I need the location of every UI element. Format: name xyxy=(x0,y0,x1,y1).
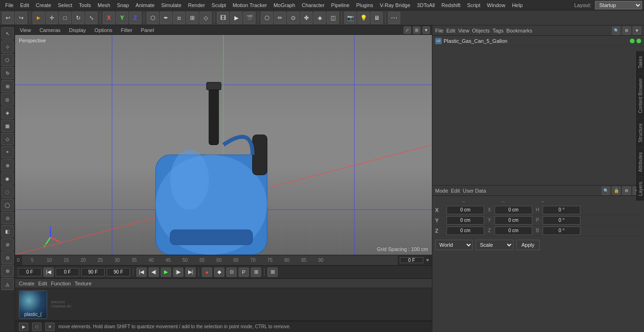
left-tool-9[interactable]: ◇ xyxy=(1,133,14,145)
coord-y-rot[interactable] xyxy=(495,216,532,225)
viewport-tab-view[interactable]: View xyxy=(17,26,34,34)
obj-tags[interactable]: Tags xyxy=(493,28,504,33)
mode-select-model[interactable]: ▶ xyxy=(33,12,45,24)
obj-objects[interactable]: Objects xyxy=(472,28,489,33)
effector-icon[interactable]: ◫ xyxy=(327,12,339,24)
coord-z-b[interactable] xyxy=(543,227,580,235)
vp-icon-expand[interactable]: ⤢ xyxy=(404,26,411,34)
fps-btn[interactable]: ⊞ xyxy=(267,267,278,277)
material-thumbnail[interactable]: plastic_( xyxy=(19,291,47,319)
cube-icon[interactable]: ⬡ xyxy=(261,12,273,24)
obj-render-dot[interactable] xyxy=(636,39,641,43)
menu-mesh[interactable]: Mesh xyxy=(94,1,114,9)
coord-x-pos[interactable] xyxy=(446,206,484,214)
left-tool-14[interactable]: ◯ xyxy=(1,199,14,211)
obj-edit[interactable]: Edit xyxy=(446,28,455,33)
motion-btn[interactable]: P xyxy=(239,267,249,277)
menu-animate[interactable]: Animate xyxy=(132,1,158,9)
menu-motion-tracker[interactable]: Motion Tracker xyxy=(229,1,270,9)
vtab-layers[interactable]: Layers xyxy=(637,177,644,201)
mode-move[interactable]: ✛ xyxy=(46,12,58,24)
current-frame-input[interactable] xyxy=(400,257,423,263)
coord-z-pos[interactable] xyxy=(446,227,484,235)
menu-help[interactable]: Help xyxy=(509,1,526,9)
light-icon[interactable]: 💡 xyxy=(357,12,370,24)
scale-dropdown[interactable]: Scale Size xyxy=(476,240,513,250)
mat-menu-edit[interactable]: Edit xyxy=(38,281,47,286)
left-tool-12[interactable]: ◉ xyxy=(1,172,14,185)
current-frame-input2[interactable] xyxy=(56,268,79,276)
axis-x[interactable]: X xyxy=(103,12,115,24)
left-tool-4[interactable]: ↻ xyxy=(1,67,14,79)
attr-mode[interactable]: Mode xyxy=(435,188,448,194)
coord-z-rot[interactable] xyxy=(495,227,532,235)
mat-menu-texture[interactable]: Texture xyxy=(74,281,91,286)
menu-select[interactable]: Select xyxy=(55,1,76,9)
nurbs-icon[interactable]: ⊙ xyxy=(287,12,299,24)
viewport-tab-options[interactable]: Options xyxy=(91,26,115,34)
table-row[interactable]: L0 Plastic_Gas_Can_5_Gallon xyxy=(432,36,644,46)
apply-button[interactable]: Apply xyxy=(516,240,540,250)
left-tool-5[interactable]: ⊞ xyxy=(1,80,14,92)
vtab-structure[interactable]: Structure xyxy=(637,118,644,147)
deformer2-icon[interactable]: ◈ xyxy=(314,12,326,24)
auto-key-btn[interactable]: ⊙ xyxy=(226,267,237,277)
vtab-content-browser[interactable]: Content Browser xyxy=(637,73,644,118)
vtab-attributes[interactable]: Attributes xyxy=(637,147,644,177)
end-frame-input[interactable] xyxy=(81,268,105,276)
step-back-btn[interactable]: ◀| xyxy=(149,267,159,277)
left-tool-7[interactable]: ◈ xyxy=(1,106,14,119)
start-frame-input[interactable] xyxy=(18,268,41,276)
keyframe-btn[interactable]: ◆ xyxy=(214,267,224,277)
coord-x-h[interactable] xyxy=(543,206,580,214)
layout-dropdown[interactable]: Startup xyxy=(595,1,642,9)
world-dropdown[interactable]: World Local Object xyxy=(435,240,473,250)
left-tool-2[interactable]: ⊹ xyxy=(1,40,14,53)
left-tool-1[interactable]: ↖ xyxy=(1,27,14,40)
attr-gear-btn[interactable]: ⚙ xyxy=(622,186,631,195)
viewport-tab-filter[interactable]: Filter xyxy=(118,26,135,34)
obj-search-btn[interactable]: 🔍 xyxy=(612,26,620,35)
obj-type-spline[interactable]: ◇ xyxy=(199,12,212,24)
attr-user-data[interactable]: User Data xyxy=(463,188,487,194)
render-anim[interactable]: ▶ xyxy=(230,12,242,24)
obj-view[interactable]: View xyxy=(458,28,470,33)
obj-visible-dot[interactable] xyxy=(630,39,635,43)
menu-script[interactable]: Script xyxy=(464,1,484,9)
generator-icon[interactable]: ✤ xyxy=(300,12,313,24)
viewport-tab-panel[interactable]: Panel xyxy=(138,26,157,34)
prev-keyframe-btn[interactable]: |◀ xyxy=(43,267,54,277)
vtab-takes[interactable]: Takes xyxy=(637,51,644,73)
mat-menu-function[interactable]: Function xyxy=(51,281,71,286)
menu-vray[interactable]: V-Ray Bridge xyxy=(377,1,414,9)
left-tool-10[interactable]: ⌖ xyxy=(1,146,14,158)
left-tool-17[interactable]: ⊘ xyxy=(1,238,14,251)
mode-box[interactable]: □ xyxy=(59,12,71,24)
menu-render[interactable]: Render xyxy=(185,1,208,9)
play-btn[interactable]: ▶ xyxy=(161,267,171,277)
mode-rotate[interactable]: ↻ xyxy=(72,12,84,24)
menu-plugins[interactable]: Plugins xyxy=(353,1,376,9)
menu-simulate[interactable]: Simulate xyxy=(158,1,185,9)
redo-button[interactable]: ↪ xyxy=(15,12,27,24)
left-tool-3[interactable]: ⬡ xyxy=(1,54,14,66)
camera-icon[interactable]: 📷 xyxy=(344,12,356,24)
render-view[interactable]: 🎬 xyxy=(243,12,256,24)
menu-tools[interactable]: Tools xyxy=(75,1,94,9)
coord-y-pos[interactable] xyxy=(446,216,484,225)
menu-redshift[interactable]: Redshift xyxy=(438,1,463,9)
obj-type-pen[interactable]: ✒ xyxy=(160,12,172,24)
menu-mograph[interactable]: MoGraph xyxy=(270,1,298,9)
obj-toggle-btn[interactable]: ▼ xyxy=(633,26,641,35)
left-tool-6[interactable]: ◎ xyxy=(1,93,14,105)
attr-edit[interactable]: Edit xyxy=(451,188,460,194)
menu-edit[interactable]: Edit xyxy=(17,1,33,9)
left-tool-11[interactable]: ⊛ xyxy=(1,159,14,171)
left-tool-19[interactable]: ⊜ xyxy=(1,265,14,277)
attr-search-btn[interactable]: 🔍 xyxy=(602,186,610,195)
menu-3dtoall[interactable]: 3DToAll xyxy=(413,1,438,9)
menu-snap[interactable]: Snap xyxy=(114,1,132,9)
axis-z[interactable]: Z xyxy=(129,12,141,24)
end-frame-input2[interactable] xyxy=(107,268,130,276)
dope-btn[interactable]: ⊞ xyxy=(251,267,261,277)
